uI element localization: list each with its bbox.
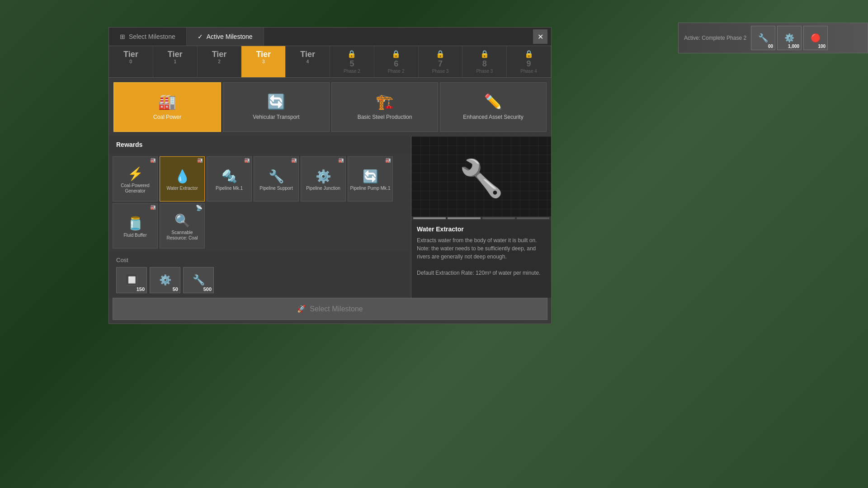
lock-icon-5: 🔒: [332, 50, 372, 58]
active-bar-item-3[interactable]: 🔴 100: [803, 26, 828, 50]
active-bar-item-1[interactable]: 🔧 00: [751, 26, 775, 50]
reward-corner-2: 🏭: [197, 158, 203, 163]
active-item-count-1: 00: [768, 44, 773, 49]
tier-tab-5[interactable]: 🔒 5 Phase 2: [330, 46, 374, 77]
cost-label: Cost: [116, 257, 404, 263]
progress-segment-4: [517, 217, 549, 219]
close-button[interactable]: ✕: [533, 29, 547, 44]
detail-description: Extracts water from the body of water it…: [417, 236, 546, 261]
lock-icon-9: 🔒: [509, 50, 549, 58]
reward-icon-5: ⚙️: [316, 169, 331, 184]
active-bar-item-2[interactable]: ⚙️ 1,000: [777, 26, 802, 50]
detail-info: Water Extractor Extracts water from the …: [411, 220, 551, 298]
tier-5-sub: Phase 2: [332, 69, 372, 74]
reward-pipeline-pump[interactable]: 🏭 🔄 Pipeline Pump Mk.1: [348, 156, 393, 202]
cost-item-3: 🔧 500: [183, 267, 214, 293]
reward-icon-7: 🫙: [127, 216, 143, 231]
tier-3-num: Tier: [243, 50, 283, 59]
basic-steel-label: Basic Steel Production: [358, 114, 412, 121]
reward-scannable-coal[interactable]: 📡 🔍 Scannable Resource: Coal: [160, 203, 205, 249]
lock-icon-7: 🔒: [420, 50, 461, 58]
preview-progress-bar: [411, 216, 551, 220]
active-item-count-3: 100: [818, 44, 826, 49]
cost-icon-2: ⚙️: [159, 274, 171, 286]
grid-icon: ⊞: [120, 33, 125, 40]
reward-label-8: Scannable Resource: Coal: [162, 230, 203, 241]
tier-tab-4[interactable]: Tier 4: [286, 46, 330, 77]
active-bar-label: Active: Complete Phase 2: [684, 35, 746, 41]
cost-icon-3: 🔧: [193, 274, 205, 286]
active-item-icon-3: 🔴: [811, 33, 821, 43]
tier-8-sub: Phase 3: [464, 69, 505, 74]
cost-area: Cost 🔲 150 ⚙️ 50 🔧 500: [109, 252, 411, 298]
tier-tab-9[interactable]: 🔒 9 Phase 4: [507, 46, 551, 77]
tier-6-sub: Phase 2: [376, 69, 416, 74]
reward-icon-1: ⚡: [127, 166, 143, 181]
reward-fluid-buffer[interactable]: 🏭 🫙 Fluid Buffer: [113, 203, 158, 249]
milestone-enhanced-security[interactable]: ✏️ Enhanced Asset Security: [440, 82, 547, 132]
reward-corner-3: 🏭: [244, 158, 250, 163]
milestone-basic-steel[interactable]: 🏗️ Basic Steel Production: [331, 82, 438, 132]
tier-tab-3[interactable]: Tier 3: [241, 46, 286, 77]
basic-steel-icon: 🏗️: [376, 93, 394, 110]
tier-0-sub: 0: [111, 59, 151, 64]
progress-segment-3: [482, 217, 515, 219]
cost-item-1: 🔲 150: [116, 267, 147, 293]
tier-7-sub: Phase 3: [420, 69, 461, 74]
tier-6-num: 6: [376, 59, 416, 69]
tier-tab-2[interactable]: Tier 2: [198, 46, 242, 77]
active-item-icon-2: ⚙️: [784, 33, 794, 43]
tier-2-sub: 2: [199, 59, 240, 64]
check-icon: ✓: [198, 33, 203, 40]
cost-count-2: 50: [173, 286, 178, 292]
reward-corner-4: 🏭: [291, 158, 297, 163]
reward-corner-5: 🏭: [338, 158, 344, 163]
content-area: Rewards 🏭 ⚡ Coal-Powered Generator 🏭 💧 W…: [109, 136, 551, 298]
tier-tab-7[interactable]: 🔒 7 Phase 3: [419, 46, 463, 77]
rewards-header: Rewards: [109, 136, 411, 153]
tab-select-milestone[interactable]: ⊞ Select Milestone: [109, 28, 187, 46]
preview-item-image: 🔧: [459, 157, 504, 200]
tier-2-num: Tier: [199, 50, 240, 59]
reward-corner-7: 🏭: [150, 205, 156, 210]
rewards-grid: 🏭 ⚡ Coal-Powered Generator 🏭 💧 Water Ext…: [109, 153, 411, 252]
reward-pipeline-support[interactable]: 🏭 🔧 Pipeline Support: [254, 156, 299, 202]
tier-8-num: 8: [464, 59, 505, 69]
tier-1-sub: 1: [155, 59, 195, 64]
detail-title: Water Extractor: [417, 225, 546, 233]
reward-coal-generator[interactable]: 🏭 ⚡ Coal-Powered Generator: [113, 156, 158, 202]
reward-pipeline-mk1[interactable]: 🏭 🔩 Pipeline Mk.1: [207, 156, 252, 202]
tier-4-sub: 4: [288, 59, 328, 64]
milestone-vehicular-transport[interactable]: 🔄 Vehicular Transport: [223, 82, 330, 132]
rocket-icon: 🚀: [297, 305, 306, 313]
reward-icon-6: 🔄: [363, 169, 378, 184]
cost-items: 🔲 150 ⚙️ 50 🔧 500: [116, 267, 404, 293]
tier-4-num: Tier: [288, 50, 328, 59]
tier-tab-8[interactable]: 🔒 8 Phase 3: [462, 46, 507, 77]
vehicular-label: Vehicular Transport: [253, 114, 299, 121]
tier-tab-0[interactable]: Tier 0: [109, 46, 153, 77]
active-item-icon-1: 🔧: [758, 33, 768, 43]
tier-tabs: Tier 0 Tier 1 Tier 2 Tier 3 Tier 4 🔒 5 P…: [109, 46, 551, 78]
tab-active-milestone[interactable]: ✓ Active Milestone: [187, 28, 264, 46]
reward-pipeline-junction[interactable]: 🏭 ⚙️ Pipeline Junction: [301, 156, 346, 202]
milestone-dialog: ⊞ Select Milestone ✓ Active Milestone ✕ …: [108, 27, 552, 324]
cost-item-2: ⚙️ 50: [150, 267, 180, 293]
lock-icon-6: 🔒: [376, 50, 416, 58]
tier-tab-6[interactable]: 🔒 6 Phase 2: [374, 46, 419, 77]
enhanced-security-icon: ✏️: [484, 93, 502, 110]
tab-active-label: Active Milestone: [207, 33, 253, 40]
tier-5-num: 5: [332, 59, 372, 69]
reward-icon-3: 🔩: [222, 169, 237, 184]
tier-3-sub: 3: [243, 59, 283, 64]
milestone-coal-power[interactable]: 🏭 Coal Power: [113, 82, 221, 132]
detail-preview: 🔧: [411, 136, 551, 220]
cost-count-1: 150: [137, 286, 145, 292]
reward-label-2: Water Extractor: [166, 186, 198, 191]
dialog-tabs: ⊞ Select Milestone ✓ Active Milestone ✕: [109, 28, 551, 46]
reward-water-extractor[interactable]: 🏭 💧 Water Extractor: [160, 156, 205, 202]
wifi-icon: 📡: [196, 205, 203, 211]
tier-tab-1[interactable]: Tier 1: [153, 46, 198, 77]
select-milestone-button[interactable]: 🚀 Select Milestone: [113, 298, 547, 320]
reward-label-7: Fluid Buffer: [124, 233, 147, 238]
